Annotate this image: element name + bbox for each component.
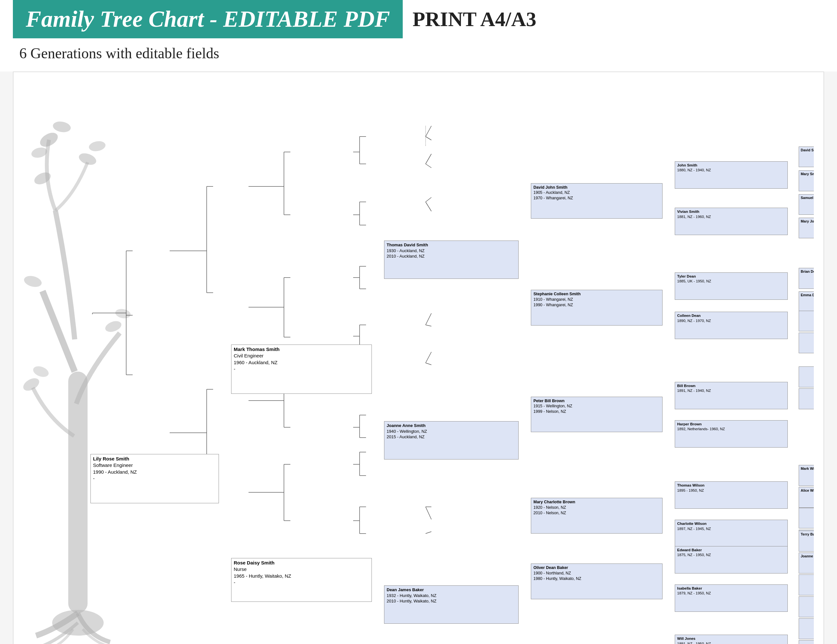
person-box-mary: Mary Charlotte Brown1920 - Nelson, NZ201…: [531, 498, 663, 534]
person-box-mark_wilson: Mark Wilson, ?- 1925: [799, 465, 814, 486]
svg-line-77: [425, 136, 432, 140]
svg-line-76: [425, 126, 432, 136]
person-box-joanne: Joanne Anne Smith1940 - Wellington, NZ20…: [384, 421, 519, 460]
person-box-g6_blank10: [799, 640, 814, 644]
person-box-terry_baker: Terry Baker, 1860 - 1900: [799, 531, 814, 552]
person-box-g6_blank8: [799, 596, 814, 617]
person-box-david_john: David John Smith1905 - Auckland, NZ1970 …: [531, 183, 663, 219]
svg-line-79: [425, 154, 432, 164]
svg-line-83: [425, 313, 432, 325]
person-box-vivian_smith: Vivian Smith1881, NZ - 1960, NZ: [675, 208, 788, 235]
person-box-alice_wilson: Alice Wilson, 1868 - 1930: [799, 487, 814, 508]
person-box-isabella_baker: Isabella Baker1879, NZ - 1950, NZ: [675, 585, 788, 612]
person-box-joanne_baker: Joanne Baker, ? - 1910: [799, 552, 814, 573]
person-box-bill_brown: Bill Brown1891, NZ - 1940, NZ: [675, 382, 788, 409]
person-box-harper_brown: Harper Brown1892, Netherlands- 1960, NZ: [675, 420, 788, 448]
svg-line-89: [425, 507, 432, 519]
person-box-oliver: Oliver Dean Baker1900 - Northland, NZ198…: [531, 564, 663, 599]
person-box-mary_johnson: Mary Johnson, 1860 - ?: [799, 218, 814, 238]
person-box-thomas: Thomas David Smith1930 - Auckland, NZ201…: [384, 240, 519, 279]
chart-container: Lily Rose SmithSoftware Engineer1990 - A…: [23, 82, 814, 644]
person-box-g6_blank2: [799, 333, 814, 353]
person-box-brian_dean: Brian Dean, ? - 1955: [799, 268, 814, 289]
person-box-g6_blank5: [799, 508, 814, 529]
svg-line-84: [425, 325, 432, 326]
person-box-rose: Rose Daisy SmithNurse1965 - Huntly, Wait…: [231, 558, 372, 602]
person-box-mary_smith_g6: Mary Smith, 1861 - 1922: [799, 170, 814, 191]
person-box-stephanie: Stephanie Colleen Smith1910 - Whangarei,…: [531, 290, 663, 325]
header-title: Family Tree Chart - EDITABLE PDF: [26, 6, 390, 32]
person-box-edward_baker: Edward Baker1875, NZ - 1950, NZ: [675, 546, 788, 573]
person-box-lily: Lily Rose SmithSoftware Engineer1990 - A…: [90, 454, 219, 503]
person-box-tyler_dean: Tyler Dean1885, UK - 1950, NZ: [675, 273, 788, 300]
person-box-mark: Mark Thomas SmithCivil Engineer1960 - Au…: [231, 345, 372, 394]
svg-line-86: [425, 363, 432, 365]
svg-line-81: [425, 197, 432, 202]
person-box-will_jones: Will Jones1891, NZ - 1950, NZ: [675, 635, 788, 644]
main-content: Lily Rose SmithSoftware Engineer1990 - A…: [13, 71, 824, 644]
person-box-charlotte_wilson: Charlotte Wilson1897, NZ - 1945, NZ: [675, 520, 788, 547]
person-box-g6_blank3: [799, 366, 814, 388]
person-box-g6_blank9: [799, 618, 814, 639]
person-box-emma_dean: Emma Dean, 1870 - 1950: [799, 291, 814, 312]
person-box-colleen_dean: Colleen Dean1890, NZ - 1970, NZ: [675, 312, 788, 339]
person-box-samuel_johnson: Samuel Johnson, ?- ?: [799, 194, 814, 215]
svg-line-80: [425, 164, 432, 168]
svg-line-82: [425, 202, 432, 211]
person-box-dean: Dean James Baker1932 - Huntly, Waikato, …: [384, 585, 519, 624]
print-label: PRINT A4/A3: [412, 7, 536, 31]
subheading: 6 Generations with editable fields: [0, 38, 837, 71]
person-box-g6_blank7: [799, 575, 814, 595]
person-box-g6_blank1: [799, 311, 814, 332]
person-box-thomas_wilson: Thomas Wilson1895 - 1950, NZ: [675, 481, 788, 509]
svg-line-85: [425, 352, 432, 363]
person-box-david_smith_g6: David Smith, 1860 - 1910: [799, 146, 814, 168]
person-box-g6_blank4: [799, 388, 814, 409]
header: Family Tree Chart - EDITABLE PDF PRINT A…: [0, 0, 837, 38]
person-box-john_smith: John Smith1880, NZ - 1940, NZ: [675, 161, 788, 189]
person-box-peter: Peter Bill Brown1915 - Wellington, NZ199…: [531, 397, 663, 432]
svg-line-91: [425, 532, 432, 534]
header-title-bg: Family Tree Chart - EDITABLE PDF: [13, 0, 403, 38]
